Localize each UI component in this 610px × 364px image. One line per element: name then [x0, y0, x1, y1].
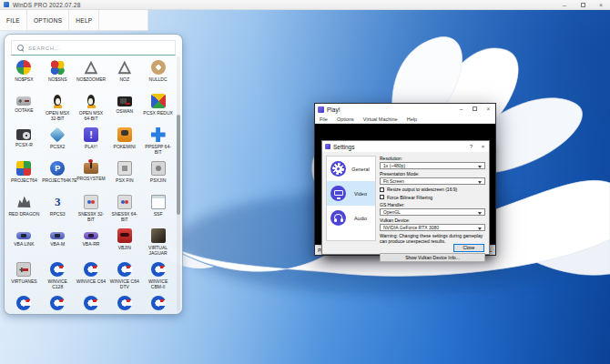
play-maximize-icon[interactable]: [468, 104, 482, 115]
settings-dialog: Settings ? × General Video: [321, 140, 490, 255]
launcher-item[interactable]: PPSSPP 64-BIT: [141, 124, 175, 157]
close-icon[interactable]: ×: [592, 0, 610, 10]
launcher-item[interactable]: PROSYSTEM: [75, 157, 108, 191]
gs-handler-label: GS Handler:: [380, 202, 485, 207]
launcher-item[interactable]: SNES9X 32-BIT: [75, 191, 108, 225]
launcher-item[interactable]: POKEMINI: [107, 124, 141, 157]
launcher-item-label: SNES9X 64-BIT: [109, 211, 140, 222]
minimize-icon[interactable]: –: [555, 0, 574, 10]
maximize-box-icon: [581, 3, 585, 7]
launcher-item[interactable]: RED DRAGON: [7, 191, 41, 225]
chevron-down-icon: [478, 228, 482, 230]
launcher-item[interactable]: NO$ZOOMER: [75, 56, 108, 90]
launcher-item[interactable]: SNES9X 64-BIT: [107, 191, 141, 225]
play-minimize-icon[interactable]: –: [454, 104, 468, 115]
panel-scrollbar-thumb[interactable]: [177, 115, 180, 214]
launcher-item[interactable]: PROJECT64: [7, 157, 41, 191]
launcher-item[interactable]: WINVICE CBM-II: [141, 258, 175, 292]
widescreen-checkbox-label: Resize output to widescreen (16:9): [387, 187, 457, 192]
launcher-item[interactable]: VIRTUANES: [7, 258, 41, 292]
commodore-icon: [117, 262, 132, 277]
launcher-item[interactable]: [141, 292, 175, 314]
gs-handler-select[interactable]: OpenGL: [380, 208, 485, 216]
launcher-item[interactable]: OPEN MSX 64-BIT: [75, 90, 108, 124]
play-window-title: Play!: [327, 106, 340, 113]
settings-help-icon[interactable]: ?: [465, 141, 477, 152]
commodore-icon: [50, 296, 65, 310]
commodore-icon: [50, 262, 65, 277]
launcher-item-label: SSF: [154, 211, 163, 217]
launcher-item[interactable]: PLAY!: [75, 124, 108, 157]
launcher-item[interactable]: VBJIN: [107, 225, 141, 258]
launcher-item-label: VBA-RR: [83, 241, 100, 247]
play-menu-options[interactable]: Options: [332, 116, 359, 122]
play-close-icon[interactable]: ×: [482, 104, 495, 115]
sidebar-item-general[interactable]: General: [327, 157, 375, 181]
launcher-item[interactable]: NO$SNS: [41, 56, 75, 90]
settings-title: Settings: [333, 144, 355, 150]
settings-close-icon[interactable]: ×: [477, 141, 489, 152]
play-maximize-box-icon: [473, 106, 477, 111]
play-app-icon: [318, 106, 324, 113]
launcher-item[interactable]: PCSX-R: [7, 124, 41, 157]
play-menu-virtual-machine[interactable]: Virtual Machine: [359, 116, 402, 122]
launcher-item[interactable]: [7, 292, 41, 314]
resolution-value: 1x (~480p): [383, 163, 484, 168]
launcher-item[interactable]: PCSX2: [41, 124, 75, 157]
launcher-item[interactable]: [41, 292, 75, 314]
maximize-icon[interactable]: [574, 0, 592, 10]
launcher-item[interactable]: NOZ: [107, 56, 141, 90]
launcher-item[interactable]: PSX FIN: [107, 157, 141, 191]
launcher-item-label: RPCS3: [50, 211, 66, 217]
main-window-title: WinDS PRO 2022.07.28: [13, 2, 80, 8]
play-viewport: Settings ? × General Video: [315, 124, 495, 245]
sidebar-item-label: Audio: [349, 216, 375, 221]
launcher-item[interactable]: NULLDC: [141, 56, 175, 90]
jaguar-icon: [151, 228, 166, 243]
sidebar-item-audio[interactable]: Audio: [327, 206, 375, 230]
launcher-item[interactable]: PCSX REDUX: [141, 90, 175, 124]
launcher-item[interactable]: WINVICE C128: [41, 258, 75, 292]
show-vulkan-device-info-button[interactable]: Show Vulkan Device Info...: [380, 253, 485, 262]
presentation-mode-select[interactable]: Fit Screen: [380, 177, 485, 185]
play-window: Play! – × FileOptionsVirtual MachineHelp…: [314, 103, 496, 256]
psxfin-icon: [117, 161, 132, 176]
widescreen-checkbox[interactable]: [380, 187, 384, 192]
launcher-item[interactable]: [75, 292, 108, 314]
bilinear-checkbox-label: Force Bilinear Filtering: [387, 195, 432, 200]
launcher-item[interactable]: WINVICE C64 DTV: [107, 258, 141, 292]
play-menubar: FileOptionsVirtual MachineHelp: [315, 115, 495, 124]
resolution-select[interactable]: 1x (~480p): [380, 162, 485, 169]
launcher-item-label: VBJIN: [118, 245, 131, 250]
presentation-mode-value: Fit Screen: [383, 178, 484, 184]
search-bar: [11, 40, 176, 56]
sidebar-item-video[interactable]: Video: [327, 181, 375, 206]
launcher-item[interactable]: NO$PSX: [7, 56, 41, 90]
launcher-item[interactable]: VBA LINK: [7, 225, 41, 258]
close-button[interactable]: Close: [453, 244, 484, 252]
play-titlebar: Play! – ×: [315, 104, 495, 115]
play-menu-file[interactable]: File: [315, 116, 332, 122]
launcher-item[interactable]: VBA-M: [41, 225, 75, 258]
app-icon: [4, 2, 9, 7]
launcher-item[interactable]: VBA-RR: [75, 225, 108, 258]
launcher-item[interactable]: PSXJIN: [141, 157, 175, 191]
launcher-item[interactable]: OPEN MSX 32-BIT: [41, 90, 75, 124]
launcher-item[interactable]: SSF: [141, 191, 175, 225]
launcher-item[interactable]: [107, 292, 141, 314]
play-menu-help[interactable]: Help: [402, 116, 422, 122]
launcher-item-label: POKEMINI: [114, 144, 136, 149]
launcher-item[interactable]: RPCS3: [41, 191, 75, 225]
menu-options-button[interactable]: OPTIONS: [27, 10, 69, 30]
tri-icon: [117, 60, 132, 75]
menu-help-button[interactable]: HELP: [69, 10, 99, 30]
search-input[interactable]: [28, 46, 156, 51]
menu-file-button[interactable]: FILE: [0, 10, 27, 30]
launcher-item[interactable]: OOTAKE: [7, 90, 41, 124]
launcher-item[interactable]: PROJECT64K7E: [41, 157, 75, 191]
launcher-item[interactable]: OSWAN: [107, 90, 141, 124]
vulkan-device-select[interactable]: NVIDIA GeForce RTX 3080: [380, 224, 485, 231]
launcher-item[interactable]: VIRTUAL JAGUAR: [141, 225, 175, 258]
launcher-item[interactable]: WINVICE C64: [75, 258, 108, 292]
bilinear-checkbox[interactable]: [380, 195, 384, 199]
